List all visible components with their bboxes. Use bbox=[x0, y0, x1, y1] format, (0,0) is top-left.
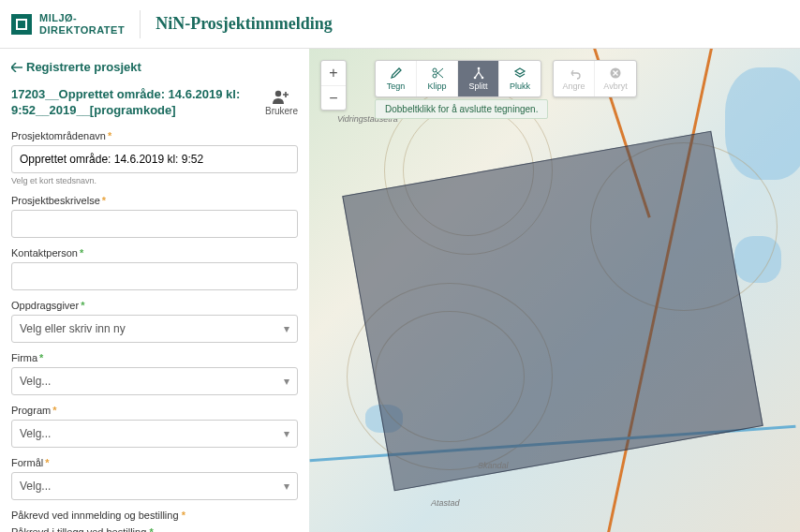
cancel-icon bbox=[609, 66, 622, 80]
tool-label: Tegn bbox=[387, 81, 406, 91]
form-panel: Registrerte prosjekt 17203__Opprettet om… bbox=[0, 49, 309, 532]
legend-required-submit: Påkrevd ved innmelding og bestilling * bbox=[11, 510, 298, 521]
edit-toolbar: Angre Avbryt bbox=[553, 60, 637, 97]
contact-input[interactable] bbox=[11, 262, 298, 290]
drawn-polygon[interactable] bbox=[342, 131, 763, 492]
program-label: Program* bbox=[11, 405, 298, 416]
program-select[interactable]: Velg... ▾ bbox=[11, 420, 298, 448]
legend-required-order: Påkrevd i tillegg ved bestilling * bbox=[11, 526, 298, 532]
tool-klipp[interactable]: Klipp bbox=[417, 61, 458, 96]
zoom-control: + − bbox=[320, 60, 347, 111]
svg-point-3 bbox=[473, 77, 476, 80]
project-title: 17203__Opprettet område: 14.6.2019 kl: 9… bbox=[11, 87, 255, 119]
firm-select-value: Velg... bbox=[20, 375, 51, 388]
arrow-left-icon bbox=[11, 63, 22, 72]
tool-label: Angre bbox=[562, 81, 585, 91]
users-label: Brukere bbox=[265, 106, 298, 116]
header-divider bbox=[140, 10, 141, 38]
tool-tegn[interactable]: Tegn bbox=[376, 61, 417, 96]
undo-icon bbox=[568, 66, 581, 80]
description-input[interactable] bbox=[11, 210, 298, 238]
contact-label: Kontaktperson* bbox=[11, 247, 298, 259]
client-select[interactable]: Velg eller skriv inn ny ▾ bbox=[11, 315, 298, 343]
tool-label: Plukk bbox=[510, 81, 530, 91]
caret-down-icon: ▾ bbox=[284, 322, 289, 335]
tool-label: Avbryt bbox=[603, 81, 627, 91]
users-plus-icon bbox=[272, 89, 290, 104]
zoom-in-button[interactable]: + bbox=[321, 61, 346, 85]
split-icon bbox=[472, 66, 485, 80]
program-select-value: Velg... bbox=[20, 427, 51, 440]
caret-down-icon: ▾ bbox=[284, 375, 289, 388]
tool-avbryt[interactable]: Avbryt bbox=[595, 61, 636, 96]
tool-label: Klipp bbox=[427, 81, 446, 91]
back-link-label: Registrerte prosjekt bbox=[26, 60, 141, 74]
description-label: Prosjektbeskrivelse* bbox=[11, 195, 298, 206]
purpose-select-value: Velg... bbox=[20, 480, 51, 493]
tool-label: Splitt bbox=[468, 81, 487, 91]
area-name-label: Prosjektområdenavn* bbox=[11, 130, 298, 141]
app-header: MILJØ- DIREKTORATET NiN-Prosjektinnmeldi… bbox=[0, 0, 800, 49]
area-name-helper: Velg et kort stedsnavn. bbox=[11, 176, 298, 185]
zoom-out-button[interactable]: − bbox=[321, 85, 346, 110]
map-panel[interactable]: Vidringstadsetra Skandal Atastad + − Teg… bbox=[309, 49, 800, 532]
area-name-input[interactable] bbox=[11, 145, 298, 173]
svg-point-5 bbox=[477, 67, 480, 70]
app-title: NiN-Prosjektinnmelding bbox=[156, 14, 333, 34]
tool-angre[interactable]: Angre bbox=[554, 61, 595, 96]
tool-splitt[interactable]: Splitt bbox=[458, 61, 499, 96]
layers-icon bbox=[513, 66, 526, 80]
org-logo bbox=[11, 14, 32, 35]
tool-plukk[interactable]: Plukk bbox=[499, 61, 541, 96]
org-name: MILJØ- DIREKTORATET bbox=[39, 12, 125, 35]
draw-hint: Dobbeltklikk for å avslutte tegningen. bbox=[375, 99, 548, 119]
client-label: Oppdragsgiver* bbox=[11, 300, 298, 311]
svg-point-0 bbox=[275, 91, 281, 96]
caret-down-icon: ▾ bbox=[284, 480, 289, 493]
pencil-icon bbox=[390, 66, 403, 80]
caret-down-icon: ▾ bbox=[284, 427, 289, 440]
svg-point-4 bbox=[481, 77, 483, 80]
firm-select[interactable]: Velg... ▾ bbox=[11, 367, 298, 395]
scissors-icon bbox=[431, 66, 444, 80]
map-surface[interactable]: Vidringstadsetra Skandal Atastad bbox=[309, 49, 800, 532]
client-select-value: Velg eller skriv inn ny bbox=[20, 322, 126, 335]
purpose-select[interactable]: Velg... ▾ bbox=[11, 472, 298, 500]
back-to-projects-link[interactable]: Registrerte prosjekt bbox=[11, 60, 298, 74]
draw-toolbar: Tegn Klipp Splitt Plukk bbox=[375, 60, 541, 97]
firm-label: Firma* bbox=[11, 352, 298, 363]
purpose-label: Formål* bbox=[11, 457, 298, 468]
users-button[interactable]: Brukere bbox=[265, 89, 298, 116]
